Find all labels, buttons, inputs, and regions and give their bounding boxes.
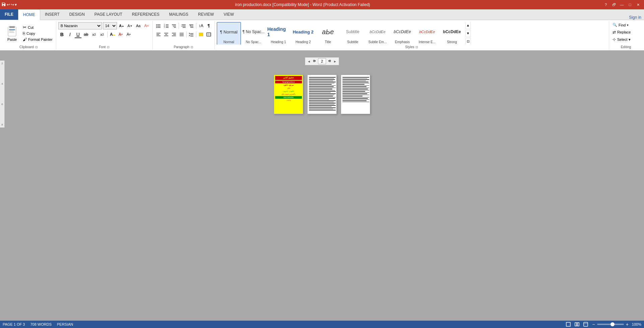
style-normal[interactable]: ¶ Normal Normal (217, 22, 241, 45)
web-layout-view-btn[interactable] (583, 321, 589, 327)
page1-content: تحقیق آنلاین Tahghighonline.ir مرجع دانل… (275, 76, 302, 113)
svg-text:3.: 3. (164, 26, 165, 28)
styles-scroll-up[interactable]: ▲ (465, 22, 471, 29)
style-no-spacing[interactable]: ¶ No Spac... No Spac... (242, 22, 266, 45)
select-button[interactable]: ⊹ Select ▾ (611, 36, 632, 43)
tab-page-layout[interactable]: PAGE LAYOUT (90, 9, 127, 20)
styles-scroll-down[interactable]: ▼ (465, 30, 471, 37)
document-page-2[interactable] (307, 75, 337, 114)
align-left-button[interactable] (155, 31, 162, 38)
paste-button[interactable]: Paste (3, 24, 21, 43)
justify-button[interactable] (178, 31, 185, 38)
redo-btn[interactable]: ↪ (11, 2, 14, 7)
style-subtitle[interactable]: Subtitle Subtitle (341, 22, 365, 45)
find-icon: 🔍 (613, 23, 617, 27)
style-heading1-label: Heading 1 (271, 40, 286, 44)
find-button[interactable]: 🔍 Find ▾ (611, 22, 630, 28)
font-expand[interactable]: ⊡ (107, 46, 110, 49)
shading-button[interactable] (197, 31, 205, 38)
zoom-slider[interactable] (597, 324, 624, 325)
styles-more[interactable]: ⊡ (465, 38, 471, 45)
tab-review[interactable]: REVIEW (193, 9, 219, 20)
font-shrink-button[interactable]: A▼ (126, 22, 134, 29)
close-button[interactable]: ✕ (635, 1, 641, 8)
tab-view[interactable]: VIEW (219, 9, 239, 20)
print-layout-view-btn[interactable] (565, 321, 571, 327)
superscript-button[interactable]: x2 (99, 31, 106, 38)
style-intense-em-label: Intense E... (418, 40, 436, 44)
save-quick-btn[interactable] (1, 2, 6, 8)
show-hide-button[interactable]: ¶ (205, 22, 212, 29)
document-page-3[interactable] (341, 75, 370, 114)
align-right-button[interactable] (170, 31, 178, 38)
style-heading2[interactable]: Heading 2 Heading 2 (291, 22, 315, 45)
tab-design[interactable]: DESIGN (65, 9, 90, 20)
italic-button[interactable]: I (66, 31, 74, 38)
subscript-button[interactable]: x2 (90, 31, 98, 38)
page-number-input[interactable] (318, 58, 326, 64)
style-intense-emphasis[interactable]: bCcDdEe Intense E... (415, 22, 439, 45)
styles-expand[interactable]: ⊡ (415, 46, 418, 49)
tab-mailings[interactable]: MAILINGS (165, 9, 193, 20)
tab-home[interactable]: HOME (18, 9, 40, 20)
text-highlight-button[interactable]: A▬ (109, 31, 116, 38)
style-title[interactable]: аЬе Title (316, 22, 340, 45)
text-effects-button[interactable]: A▾ (125, 31, 132, 38)
cut-button[interactable]: ✂ Cut (21, 24, 54, 30)
bold-button[interactable]: B (58, 31, 66, 38)
tab-file[interactable]: FILE (0, 9, 18, 20)
undo-btn[interactable]: ↩ (7, 2, 10, 7)
svg-rect-42 (199, 33, 203, 36)
style-heading1[interactable]: Heading 1 Heading 1 (266, 22, 291, 45)
title-bar: ↩ ↪ ▾ iron production.docx [Compatibilit… (0, 0, 644, 9)
copy-button[interactable]: ⎘ Copy (21, 30, 54, 36)
zoom-in-button[interactable]: + (625, 322, 629, 327)
copy-icon: ⎘ (23, 31, 25, 36)
customize-quick-access-btn[interactable]: ▾ (15, 2, 17, 7)
document-page-1[interactable]: تحقیق آنلاین Tahghighonline.ir مرجع دانل… (274, 75, 303, 114)
full-reading-view-btn[interactable] (574, 321, 580, 327)
style-strong-preview: bCcDdEe (441, 24, 463, 40)
bullets-button[interactable] (155, 22, 162, 29)
clear-formatting-button[interactable]: A✕ (143, 22, 150, 29)
font-group: B Nazanin 14 A▲ A▼ Aa A✕ B I U ab x2 (56, 21, 153, 50)
help-button[interactable]: ? (602, 1, 609, 8)
font-name-select[interactable]: B Nazanin (58, 22, 102, 29)
select-icon: ⊹ (613, 37, 616, 42)
underline-button[interactable]: U (74, 31, 82, 38)
paragraph-expand[interactable]: ⊡ (191, 46, 193, 49)
svg-rect-3 (9, 29, 15, 30)
change-case-button[interactable]: Aa (135, 22, 142, 29)
align-center-button[interactable] (163, 31, 170, 38)
decrease-indent-button[interactable] (180, 22, 187, 29)
multilevel-list-button[interactable] (170, 22, 178, 29)
line-spacing-button[interactable] (188, 31, 195, 38)
editing-label: Editing (621, 45, 631, 49)
font-grow-button[interactable]: A▲ (118, 22, 125, 29)
increase-indent-button[interactable] (188, 22, 195, 29)
numbering-button[interactable]: 1.2.3. (163, 22, 170, 29)
style-emphasis[interactable]: bCcDdEe Emphasis (390, 22, 414, 45)
style-strong[interactable]: bCcDdEe Strong (440, 22, 464, 45)
restore-button[interactable]: 🗗 (610, 1, 617, 8)
sign-in-button[interactable]: Sign in (626, 15, 644, 20)
format-painter-button[interactable]: 🖌 Format Painter (21, 36, 54, 43)
maximize-button[interactable]: □ (627, 1, 633, 8)
word-count: 708 WORDS (30, 322, 52, 326)
font-size-select[interactable]: 14 (103, 22, 117, 29)
styles-scroll: ▲ ▼ ⊡ (465, 22, 471, 45)
style-subtle-emphasis[interactable]: bCcDdEe Subtle Em... (366, 22, 390, 45)
borders-button[interactable] (205, 31, 212, 38)
replace-button[interactable]: ⇄ Replace (611, 29, 632, 35)
paragraph-label: Paragraph (174, 45, 189, 49)
clipboard-expand[interactable]: ⊡ (35, 46, 38, 49)
minimize-button[interactable]: — (619, 1, 625, 8)
font-color-button[interactable]: A▾ (117, 31, 124, 38)
tab-insert[interactable]: INSERT (40, 9, 65, 20)
zoom-out-button[interactable]: − (591, 322, 595, 327)
tab-references[interactable]: REFERENCES (127, 9, 165, 20)
divider4 (196, 31, 196, 37)
strikethrough-button[interactable]: ab (82, 31, 90, 38)
sort-button[interactable]: ↕A (197, 22, 205, 29)
format-painter-icon: 🖌 (23, 37, 27, 42)
